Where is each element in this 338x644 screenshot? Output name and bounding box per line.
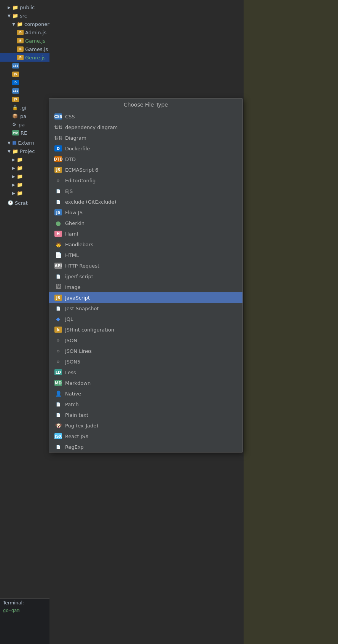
tree-item-components[interactable]: ▼ 📁 components	[0, 20, 49, 28]
tree-item-d1[interactable]: D	[0, 78, 49, 87]
label-re: RE	[21, 130, 27, 136]
dropdown-item-http[interactable]: API HTTP Request	[49, 260, 242, 271]
dropdown-item-gherkin[interactable]: ● Gherkin	[49, 218, 242, 228]
dropdown-item-jshint[interactable]: Js JSHint configuration	[49, 324, 242, 335]
folder-icon-sub4: 📁	[17, 182, 23, 188]
arrow-sub3: ▶	[12, 174, 17, 179]
icon-git: 🔒	[12, 105, 18, 110]
tree-item-git[interactable]: 🔒 .gi	[0, 104, 49, 112]
tree-item-public[interactable]: ▶ 📁 public	[0, 3, 49, 11]
tree-item-pa1[interactable]: 📦 pa	[0, 112, 49, 120]
dropdown-item-regexp[interactable]: 📄 RegExp	[49, 442, 242, 452]
dropdown-item-editorconfig[interactable]: ⚙ EditorConfig	[49, 175, 242, 186]
dropdown-item-native[interactable]: 👤 Native	[49, 388, 242, 399]
dropdown-item-handlebars[interactable]: 👨 Handlebars	[49, 239, 242, 250]
badge-css2: CSS	[12, 88, 19, 94]
tree-item-sub5[interactable]: ▶ 📁	[0, 189, 49, 197]
dropdown-item-patch[interactable]: 📄 Patch	[49, 399, 242, 410]
dropdown-item-pug[interactable]: 🐶 Pug (ex-Jade)	[49, 420, 242, 431]
icon-image: 🖼	[54, 284, 62, 290]
dropdown-item-dtd[interactable]: DTD DTD	[49, 154, 242, 164]
dropdown-item-javascript[interactable]: JS JavaScript	[49, 292, 242, 303]
tree-item-re[interactable]: MD RE	[0, 129, 49, 137]
dropdown-item-dep-diagram[interactable]: ⇅⇅ dependency diagram	[49, 122, 242, 132]
tree-item-sub2[interactable]: ▶ 📁	[0, 164, 49, 172]
icon-regexp: 📄	[54, 444, 62, 450]
badge-genre: JS	[17, 55, 24, 60]
label-jql: JQL	[65, 316, 73, 322]
icon-scratch: 🕐	[8, 200, 13, 206]
dropdown-item-dockerfile[interactable]: D Dockerfile	[49, 143, 242, 154]
dropdown-item-reactjsx[interactable]: JSX React JSX	[49, 431, 242, 442]
folder-icon-sub5: 📁	[17, 190, 23, 196]
label-markdown: Markdown	[65, 380, 91, 386]
label-diagram: Diagram	[65, 135, 86, 141]
icon-dtd: DTD	[54, 156, 62, 162]
folder-icon-public: 📁	[12, 5, 18, 10]
tree-item-css2[interactable]: CSS	[0, 87, 49, 95]
tree-item-js1[interactable]: JS	[0, 70, 49, 78]
icon-dep-diagram: ⇅⇅	[54, 124, 62, 130]
dropdown-item-html[interactable]: 📄 HTML	[49, 250, 242, 260]
dropdown-item-jest-snapshot[interactable]: 📄 Jest Snapshot	[49, 303, 242, 314]
label-game: Game.js	[25, 38, 45, 44]
terminal-area: Terminal: go-gam	[0, 598, 49, 644]
icon-pug: 🐶	[54, 422, 62, 429]
dropdown-item-ejs[interactable]: 📄 EJS	[49, 186, 242, 196]
dropdown-item-json-lines[interactable]: ⚙ JSON Lines	[49, 346, 242, 356]
tree-item-scratch[interactable]: 🕐 Scrat	[0, 199, 49, 207]
label-jshint: JSHint configuration	[65, 327, 114, 333]
icon-native: 👤	[54, 391, 62, 397]
dropdown-item-ecmascript[interactable]: JS ECMAScript 6	[49, 164, 242, 175]
icon-html: 📄	[54, 252, 62, 258]
tree-item-sub3[interactable]: ▶ 📁	[0, 172, 49, 180]
tree-item-admin[interactable]: JS Admin.js	[0, 28, 49, 37]
tree-item-sub1[interactable]: ▶ 📁	[0, 155, 49, 164]
dropdown-item-jql[interactable]: ◆ JQL	[49, 314, 242, 324]
tree-item-game[interactable]: JS Game.js	[0, 37, 49, 45]
tree-item-js2[interactable]: JS	[0, 95, 49, 104]
terminal-label: Terminal:	[0, 599, 49, 607]
label-games: Games.js	[25, 46, 48, 52]
dropdown-item-flowjs[interactable]: JS Flow JS	[49, 207, 242, 218]
tree-item-css1[interactable]: CSS	[0, 62, 49, 70]
tree-item-genre[interactable]: JS Genre.js	[0, 53, 49, 62]
dropdown-item-diagram[interactable]: ⇅⇅ Diagram	[49, 132, 242, 143]
tree-item-pa2[interactable]: ⚙ pa	[0, 120, 49, 129]
folder-icon-sub1: 📁	[17, 157, 23, 163]
label-git: .gi	[20, 105, 26, 111]
tree-item-external[interactable]: ▼ ▦ Extern	[0, 139, 49, 147]
arrow-project: ▼	[8, 149, 12, 153]
label-image: Image	[65, 284, 81, 290]
tree-item-sub4[interactable]: ▶ 📁	[0, 180, 49, 189]
icon-jql: ◆	[54, 316, 62, 322]
icon-less: LD	[54, 369, 62, 375]
dropdown-item-plaintext[interactable]: 📄 Plain text	[49, 410, 242, 420]
dropdown-item-image[interactable]: 🖼 Image	[49, 282, 242, 292]
icon-jest-snapshot: 📄	[54, 305, 62, 311]
dropdown-item-css[interactable]: CSS CSS	[49, 111, 242, 122]
label-http: HTTP Request	[65, 263, 99, 269]
dropdown-item-haml[interactable]: H Haml	[49, 228, 242, 239]
icon-reactjsx: JSX	[54, 433, 62, 439]
dropdown-item-gitexclude[interactable]: 📄 exclude (GitExclude)	[49, 196, 242, 207]
label-plaintext: Plain text	[65, 412, 88, 418]
dropdown-item-json5[interactable]: ⚙ JSON5	[49, 356, 242, 367]
file-type-dropdown[interactable]: Choose File Type CSS CSS ⇅⇅ dependency d…	[49, 98, 243, 453]
icon-markdown: MD	[54, 380, 62, 386]
label-pa1: pa	[20, 113, 26, 119]
dropdown-item-less[interactable]: LD Less	[49, 367, 242, 378]
tree-item-project[interactable]: ▼ 📁 Projec	[0, 147, 49, 155]
dropdown-item-json[interactable]: ⚙ JSON	[49, 335, 242, 346]
icon-ecmascript: JS	[54, 167, 62, 173]
label-regexp: RegExp	[65, 444, 84, 450]
label-admin: Admin.js	[25, 30, 46, 35]
dropdown-list: CSS CSS ⇅⇅ dependency diagram ⇅⇅ Diagram…	[49, 111, 242, 452]
tree-item-src[interactable]: ▼ 📁 src	[0, 11, 49, 20]
dropdown-item-markdown[interactable]: MD Markdown	[49, 378, 242, 388]
right-content-area	[244, 0, 338, 644]
dropdown-item-ijperf[interactable]: 📄 ijperf script	[49, 271, 242, 282]
label-reactjsx: React JSX	[65, 434, 89, 439]
tree-item-games[interactable]: JS Games.js	[0, 45, 49, 53]
icon-diagram: ⇅⇅	[54, 135, 62, 141]
